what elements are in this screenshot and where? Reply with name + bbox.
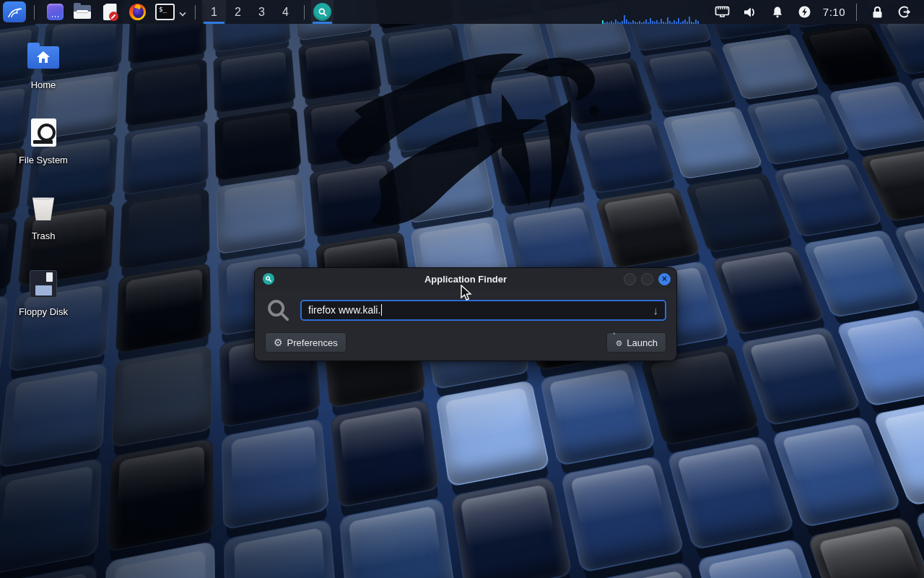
kali-dragon-icon: [6, 5, 22, 20]
edit-badge-icon: [109, 12, 118, 21]
panel-separator: [304, 5, 305, 20]
floppy-disk-icon: [9, 268, 78, 300]
application-finder-window: Application Finder × firefox www.kali. ↓…: [254, 267, 677, 361]
launch-button[interactable]: ⚙ ˚ Launch: [606, 332, 666, 353]
terminal-prompt-label: $_: [159, 6, 167, 13]
search-icon: [265, 297, 291, 323]
hard-drive-icon: [9, 116, 78, 148]
power-manager-icon[interactable]: [797, 4, 813, 20]
workspace-4[interactable]: 4: [274, 0, 297, 24]
panel-separator: [856, 4, 857, 21]
launcher-firefox[interactable]: [128, 3, 147, 22]
desktop-icon-trash[interactable]: Trash: [9, 192, 78, 241]
volume-icon[interactable]: [742, 4, 758, 20]
mouse-cursor: [461, 285, 473, 302]
terminal-window-icon: [47, 4, 64, 20]
file-manager-icon: [74, 5, 91, 19]
firefox-icon: [129, 4, 146, 20]
terminal-dropdown-launcher[interactable]: $_: [155, 4, 175, 20]
panel-separator: [195, 5, 196, 20]
desktop-icon-home[interactable]: Home: [9, 41, 78, 90]
panel-separator: [34, 5, 35, 20]
chevron-down-icon[interactable]: [179, 9, 186, 16]
kali-menu-button[interactable]: [3, 1, 26, 22]
finder-search-icon: [313, 3, 331, 21]
clock[interactable]: 7:10: [823, 6, 845, 18]
desktop-icon-label: Floppy Disk: [9, 306, 78, 317]
minimize-button[interactable]: [624, 273, 636, 285]
cpu-graph[interactable]: [602, 0, 699, 24]
close-button[interactable]: ×: [658, 273, 671, 285]
search-input[interactable]: firefox www.kali. ↓: [300, 300, 666, 321]
trash-icon: [9, 192, 78, 224]
launcher-terminal-window[interactable]: [45, 3, 64, 22]
maximize-button[interactable]: [641, 273, 653, 285]
preferences-button[interactable]: ⚙ Preferences: [265, 332, 346, 353]
app-finder-icon: [263, 273, 274, 285]
search-input-value: firefox www.kali.: [308, 304, 380, 316]
workspace-3[interactable]: 3: [250, 0, 274, 24]
desktop-icon-label: Trash: [9, 230, 78, 241]
logout-icon[interactable]: [897, 4, 912, 20]
window-title: Application Finder: [255, 274, 676, 285]
close-icon: ×: [662, 274, 667, 284]
text-caret: [381, 304, 382, 316]
desktop-icon-label: File System: [9, 155, 78, 165]
gear-icon: ⚙: [274, 337, 283, 348]
network-icon[interactable]: [715, 4, 731, 20]
launch-gear-icon: ⚙ ˚: [615, 337, 622, 348]
dropdown-arrow-icon[interactable]: ↓: [653, 304, 659, 316]
workspace-2[interactable]: 2: [226, 0, 250, 24]
home-folder-icon: [9, 41, 78, 73]
application-finder-task-button[interactable]: [311, 0, 334, 24]
preferences-button-label: Preferences: [287, 337, 338, 348]
lock-screen-icon[interactable]: [869, 4, 885, 20]
launch-button-label: Launch: [627, 337, 658, 348]
launcher-text-editor[interactable]: [100, 3, 119, 22]
launcher-file-manager[interactable]: [73, 3, 92, 22]
desktop-icon-file-system[interactable]: File System: [9, 116, 78, 165]
notifications-bell-icon[interactable]: [770, 4, 785, 20]
desktop-icon-floppy[interactable]: Floppy Disk: [9, 268, 78, 317]
workspace-1[interactable]: 1: [202, 0, 226, 24]
desktop-icon-label: Home: [9, 79, 78, 90]
top-panel: $_ 1 2 3 4 7:10: [0, 0, 924, 24]
